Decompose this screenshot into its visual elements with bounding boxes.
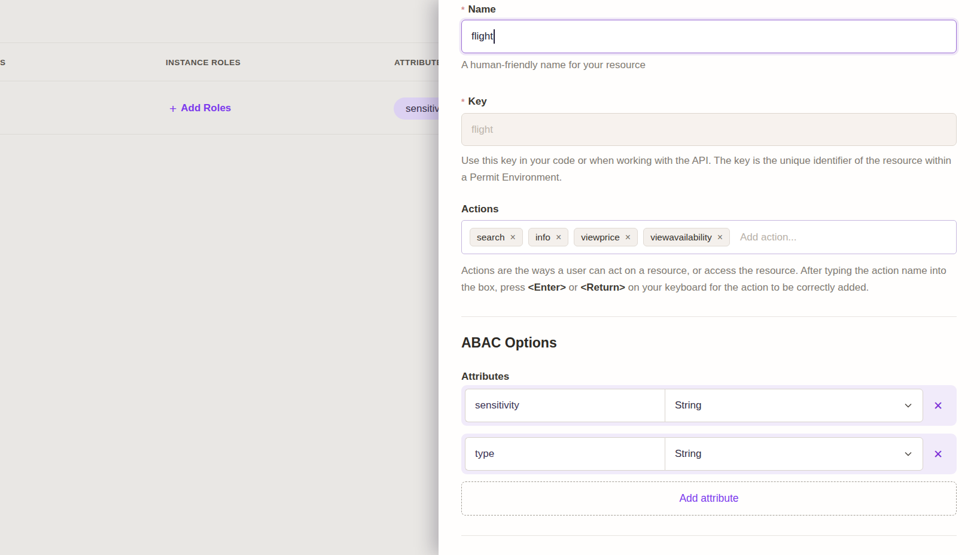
action-tag-label: viewprice (581, 232, 620, 243)
chevron-down-icon (903, 449, 913, 459)
attribute-name-input[interactable]: sensitivity (465, 389, 665, 422)
action-tag: search × (470, 228, 523, 246)
required-asterisk: * (461, 4, 464, 15)
close-icon[interactable]: × (556, 233, 561, 242)
required-asterisk: * (461, 96, 464, 107)
attribute-type-select[interactable]: String (665, 389, 923, 422)
action-tag: info × (528, 228, 568, 246)
attribute-name-input[interactable]: type (465, 437, 665, 471)
name-label-text: Name (468, 4, 495, 16)
plus-icon: + (169, 102, 176, 114)
action-tag-label: info (535, 232, 550, 243)
actions-label-text: Actions (461, 203, 498, 215)
remove-attribute-icon: ✕ (933, 447, 943, 461)
add-action-placeholder: Add action... (740, 231, 797, 243)
close-icon[interactable]: × (717, 233, 723, 242)
return-key-label: <Return> (580, 282, 625, 293)
remove-attribute-button[interactable]: ✕ (923, 447, 953, 461)
attribute-name-value: sensitivity (475, 400, 519, 411)
add-attribute-button[interactable]: Add attribute (461, 481, 957, 516)
attribute-type-select[interactable]: String (665, 437, 923, 471)
actions-field-label: Actions (461, 203, 957, 215)
attribute-row: sensitivity String ✕ (461, 385, 957, 426)
key-field-label: * Key (461, 96, 957, 108)
attribute-type-value: String (675, 400, 701, 411)
actions-tag-input[interactable]: search × info × viewprice × viewavailabi… (461, 220, 957, 254)
table-header-instance-roles: INSTANCE ROLES (166, 57, 241, 66)
actions-helper-part: or (566, 282, 581, 293)
attributes-label: Attributes (461, 371, 957, 383)
section-divider (461, 316, 957, 317)
actions-helper-part: on your keyboard for the action to be co… (625, 282, 869, 293)
add-attribute-label: Add attribute (679, 492, 738, 505)
key-input[interactable] (461, 113, 957, 146)
name-helper-text: A human-friendly name for your resource (461, 59, 957, 72)
attribute-name-value: type (475, 448, 494, 460)
action-tag: viewavailability × (643, 228, 730, 246)
actions-helper-text: Actions are the ways a user can act on a… (461, 263, 957, 296)
abac-options-heading: ABAC Options (461, 335, 957, 350)
add-roles-button[interactable]: + Add Roles (169, 102, 231, 114)
add-roles-label: Add Roles (181, 102, 231, 114)
action-tag: viewprice × (574, 228, 638, 246)
name-input-value: flight (471, 31, 493, 42)
table-header-partial: S (0, 57, 6, 66)
attribute-row: type String ✕ (461, 434, 957, 474)
bottom-divider (461, 535, 957, 536)
close-icon[interactable]: × (510, 233, 516, 242)
action-tag-label: search (477, 232, 505, 243)
key-helper-text: Use this key in your code or when workin… (461, 153, 957, 186)
remove-attribute-button[interactable]: ✕ (923, 399, 953, 413)
text-cursor (494, 29, 495, 44)
close-icon[interactable]: × (625, 233, 631, 242)
attribute-type-value: String (675, 448, 701, 460)
name-input[interactable]: flight (461, 20, 957, 53)
chevron-down-icon (903, 401, 913, 410)
resource-edit-drawer: * Name flight A human-friendly name for … (439, 0, 980, 555)
name-field-label: * Name (461, 4, 957, 16)
action-tag-label: viewavailability (650, 232, 712, 243)
key-label-text: Key (468, 96, 486, 108)
enter-key-label: <Enter> (528, 282, 566, 293)
remove-attribute-icon: ✕ (933, 399, 943, 413)
